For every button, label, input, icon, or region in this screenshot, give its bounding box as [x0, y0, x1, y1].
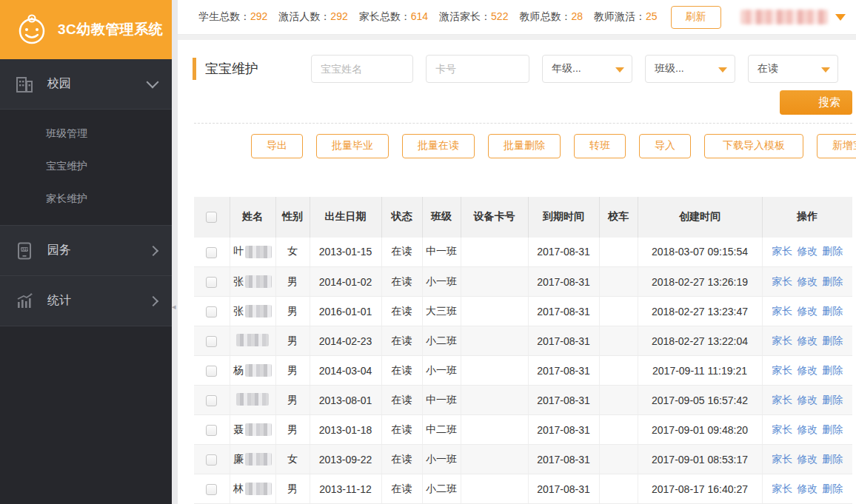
class-select[interactable]: 班级...: [645, 55, 735, 83]
parents-link[interactable]: 家长: [772, 394, 792, 406]
action-button-5[interactable]: 导入: [639, 134, 691, 158]
edit-link[interactable]: 修改: [797, 423, 817, 435]
delete-link[interactable]: 删除: [822, 305, 843, 317]
col-header-birth: 出生日期: [310, 197, 381, 238]
action-button-0[interactable]: 导出: [251, 134, 303, 158]
status-cell: 在读: [381, 445, 422, 474]
stat-value: 28: [571, 10, 583, 22]
gender-cell: 男: [275, 297, 310, 326]
sidebar-item-affairs[interactable]: APP 园务: [0, 226, 172, 276]
parents-link[interactable]: 家长: [772, 423, 792, 435]
delete-link[interactable]: 删除: [822, 275, 843, 287]
delete-link[interactable]: 删除: [822, 423, 843, 435]
sidebar-item-baby-maintenance[interactable]: 宝宝维护: [0, 149, 172, 182]
bus-cell: [599, 297, 638, 326]
bus-cell: [599, 326, 638, 356]
logo-bar: 3C幼教管理系统: [0, 0, 172, 59]
edit-link[interactable]: 修改: [797, 335, 817, 346]
search-button[interactable]: 搜索: [780, 90, 852, 115]
gender-cell: 男: [275, 326, 310, 356]
sidebar-item-campus[interactable]: 校园: [0, 59, 172, 110]
row-checkbox[interactable]: [206, 366, 217, 377]
delete-link[interactable]: 删除: [822, 364, 843, 376]
sidebar-item-label: 校园: [47, 76, 148, 92]
row-checkbox[interactable]: [206, 484, 217, 495]
delete-link[interactable]: 删除: [822, 483, 843, 494]
sidebar-collapse-handle[interactable]: ◂: [172, 302, 176, 312]
bus-cell: [599, 474, 638, 504]
created-cell: 2017-08-17 16:40:27: [638, 474, 762, 504]
user-menu[interactable]: [740, 10, 846, 24]
action-button-1[interactable]: 批量毕业: [316, 134, 389, 158]
sidebar-empty-area: [0, 326, 172, 504]
edit-link[interactable]: 修改: [797, 275, 817, 287]
row-checkbox[interactable]: [206, 277, 217, 288]
row-checkbox[interactable]: [206, 425, 217, 436]
edit-link[interactable]: 修改: [797, 364, 817, 376]
delete-link[interactable]: 删除: [822, 335, 843, 346]
col-header-operations: 操作: [762, 197, 852, 238]
row-checkbox[interactable]: [206, 395, 217, 406]
bus-cell: [599, 267, 638, 297]
row-checkbox[interactable]: [206, 247, 217, 258]
device-card-cell: [461, 238, 528, 267]
class-cell: 小一班: [422, 445, 461, 474]
action-button-4[interactable]: 转班: [574, 134, 626, 158]
status-select[interactable]: 在读: [748, 55, 838, 83]
stat-value: 25: [646, 10, 658, 22]
content: 宝宝维护 年级... 班级... 在读 搜索: [178, 40, 856, 504]
edit-link[interactable]: 修改: [797, 453, 817, 465]
gender-cell: 女: [275, 238, 310, 267]
birth-cell: 2013-01-18: [310, 415, 381, 445]
sidebar-item-class-management[interactable]: 班级管理: [0, 117, 172, 149]
baby-name: [236, 393, 269, 406]
gender-cell: 男: [275, 474, 310, 504]
table-row: 聂 男 2013-01-18 在读 中二班 2017-08-31 2017-09…: [194, 415, 852, 445]
edit-link[interactable]: 修改: [797, 305, 817, 317]
row-checkbox[interactable]: [206, 306, 217, 317]
sidebar-item-parent-maintenance[interactable]: 家长维护: [0, 182, 172, 215]
user-dropdown-caret-icon: [835, 14, 846, 21]
table-row: 张 男 2014-01-02 在读 小一班 2017-08-31 2018-02…: [194, 267, 852, 297]
dashed-separator: [194, 123, 852, 124]
action-button-7[interactable]: 新增宝宝: [817, 134, 856, 158]
row-checkbox[interactable]: [206, 336, 217, 347]
class-cell: 小二班: [422, 326, 461, 356]
baby-name-input[interactable]: [311, 55, 413, 83]
chevron-right-icon: [148, 295, 158, 306]
delete-link[interactable]: 删除: [822, 453, 843, 465]
parents-link[interactable]: 家长: [772, 483, 792, 494]
parents-link[interactable]: 家长: [772, 364, 792, 376]
parents-link[interactable]: 家长: [772, 305, 792, 317]
table-row: 林 男 2013-11-12 在读 小二班 2017-08-31 2017-08…: [194, 474, 852, 504]
redacted-name-mosaic: [245, 275, 272, 288]
parents-link[interactable]: 家长: [772, 453, 792, 465]
delete-link[interactable]: 删除: [822, 245, 843, 257]
action-button-3[interactable]: 批量删除: [488, 134, 561, 158]
status-cell: 在读: [381, 326, 422, 356]
table-row: 杨 男 2014-03-04 在读 小一班 2017-08-31 2017-09…: [194, 356, 852, 386]
row-checkbox[interactable]: [206, 454, 217, 466]
parents-link[interactable]: 家长: [772, 335, 792, 346]
parents-link[interactable]: 家长: [772, 245, 792, 257]
select-all-checkbox[interactable]: [206, 212, 217, 223]
edit-link[interactable]: 修改: [797, 245, 817, 257]
grade-select[interactable]: 年级...: [542, 55, 632, 83]
card-number-input[interactable]: [426, 55, 529, 83]
operations-cell: 家长修改删除: [762, 474, 852, 504]
parents-link[interactable]: 家长: [772, 275, 792, 287]
action-button-6[interactable]: 下载导入模板: [704, 134, 803, 158]
edit-link[interactable]: 修改: [797, 483, 817, 494]
campus-submenu: 班级管理 宝宝维护 家长维护: [0, 110, 172, 226]
refresh-button[interactable]: 刷新: [671, 6, 721, 29]
action-button-2[interactable]: 批量在读: [402, 134, 475, 158]
edit-link[interactable]: 修改: [797, 394, 817, 406]
stat-value: 614: [411, 10, 428, 22]
delete-link[interactable]: 删除: [822, 394, 843, 406]
birth-cell: 2013-01-15: [310, 238, 381, 267]
chevron-right-icon: [148, 245, 158, 255]
app-window: 3C幼教管理系统 校园 班级管理 宝宝维护 家长维护 APP: [0, 0, 856, 504]
grade-select-value: 年级...: [552, 62, 581, 75]
col-header-name: 姓名: [230, 197, 275, 238]
sidebar-item-statistics[interactable]: 统计: [0, 276, 172, 326]
